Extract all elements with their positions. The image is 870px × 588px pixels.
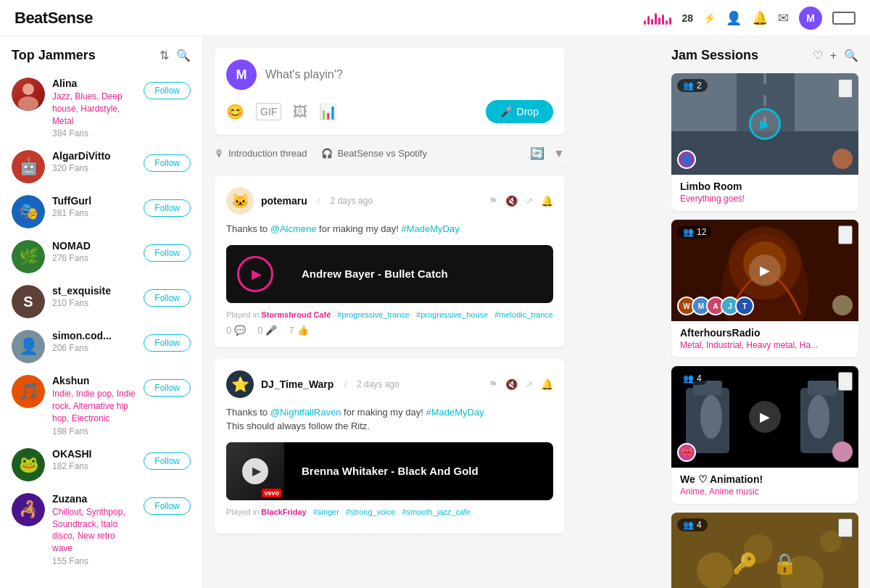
room-link[interactable]: BlackFriday — [261, 508, 306, 516]
right-sidebar-icons: ♡ + 🔍 — [813, 49, 858, 62]
follow-button[interactable]: Follow — [144, 82, 191, 99]
sort-icon[interactable]: ⇅ — [160, 49, 169, 62]
jam-genres: Everything goes! — [680, 194, 850, 204]
avatar[interactable]: M — [799, 7, 822, 30]
jam-star-button[interactable]: ☆ — [838, 372, 853, 391]
tag-smooth-jazz: #smooth_jazz_cafe — [402, 508, 471, 516]
jammer-item: 🦂 Zuzana Chillout, Synthpop, Soundtrack,… — [0, 487, 202, 572]
room-link[interactable]: Stormshroud Café — [261, 310, 331, 319]
jammer-item: 🎵 Akshun Indie, Indie pop, Indie rock, A… — [0, 369, 202, 442]
mic-action[interactable]: 0 🎤 — [257, 325, 277, 336]
bbp-logo-inner — [237, 256, 273, 292]
add-session-icon[interactable]: + — [830, 49, 837, 62]
jam-thumbnail: ▶ 👥2 ☆ 👤 — [671, 73, 858, 175]
jammer-genres: Indie, Indie pop, Indie rock, Alternativ… — [52, 388, 136, 424]
jam-play-button[interactable]: ▶ — [749, 108, 781, 140]
follow-button[interactable]: Follow — [144, 199, 191, 217]
follow-button[interactable]: Follow — [144, 154, 191, 172]
post-item: ⭐ DJ_Time_Warp / 2 days ago ⚑ 🔇 ↗ 🔔 Than… — [215, 359, 565, 534]
jam-play-button[interactable]: ▶ — [749, 254, 781, 286]
gif-icon[interactable]: GIF — [256, 103, 281, 120]
left-sidebar: Top Jammers ⇅ 🔍 Alina Jazz, Blues, Deep … — [0, 36, 203, 588]
image-icon[interactable]: 🖼 — [293, 103, 307, 120]
bell-post-icon[interactable]: 🔔 — [541, 195, 553, 207]
jam-star-button[interactable]: ☆ — [838, 518, 853, 537]
jammer-item: S st_exquisite 210 Fans Follow — [0, 279, 202, 324]
flag-icon[interactable]: ⚑ — [489, 195, 498, 207]
hashtag-link[interactable]: #MadeMyDay — [402, 223, 460, 234]
chart-icon[interactable]: 📊 — [319, 103, 337, 120]
comment-action[interactable]: 0 💬 — [226, 325, 246, 336]
jam-info: We ♡ Animation! Anime, Anime music — [671, 468, 858, 504]
post-separator: / — [318, 196, 320, 207]
post-actions-row: 😊 GIF 🖼 📊 🎤 Drop — [226, 100, 553, 123]
jammer-avatar: 🐸 — [12, 448, 45, 481]
follow-button[interactable]: Follow — [144, 379, 191, 397]
feed-tabs: 🎙 Introduction thread 🎧 BeatSense vs Spo… — [215, 146, 565, 167]
follow-button[interactable]: Follow — [144, 289, 191, 307]
messages-icon[interactable] — [778, 10, 789, 26]
follow-button[interactable]: Follow — [144, 497, 191, 515]
share-icon[interactable]: ↗ — [525, 195, 534, 207]
jammer-genres: Jazz, Blues, Deep house, Hardstyle, Meta… — [52, 91, 136, 127]
sidebar-title: Top Jammers — [12, 48, 96, 63]
post-username: potemaru — [261, 195, 307, 207]
feed-tabs-right: 🔄 ▼ — [530, 146, 565, 160]
search-sessions-icon[interactable]: 🔍 — [844, 49, 858, 62]
bell-post-icon[interactable]: 🔔 — [541, 378, 553, 390]
post-input[interactable] — [265, 68, 553, 81]
volume-icon[interactable]: 🔇 — [505, 195, 518, 207]
jam-play-button[interactable]: ▶ — [749, 401, 781, 433]
jammer-name: Alina — [52, 78, 136, 89]
tab-beatsense-vs-spotify[interactable]: 🎧 BeatSense vs Spotify — [321, 148, 427, 159]
tab-intro-label: Introduction thread — [228, 148, 307, 159]
follow-button[interactable]: Follow — [144, 244, 191, 262]
share-icon[interactable]: ↗ — [525, 378, 534, 390]
jam-star-button[interactable]: ☆ — [838, 225, 853, 244]
filter-icon[interactable]: ▼ — [553, 146, 565, 160]
compose-avatar: M — [226, 59, 257, 90]
jammer-fans: 198 Fans — [52, 426, 136, 436]
jammer-name: st_exquisite — [52, 285, 136, 297]
jam-genres: Metal, Industrial, Heavy metal, Ha... — [680, 340, 850, 350]
profile-icon[interactable] — [726, 10, 742, 26]
jam-thumbnail: 🔑 🔒 👥4 ☆ ⚡ 30 — [671, 513, 858, 588]
track-info: Brenna Whitaker - Black And Gold — [294, 457, 553, 484]
follow-button[interactable]: Follow — [144, 452, 191, 470]
jammer-fans: 210 Fans — [52, 298, 136, 308]
track-title: Brenna Whitaker - Black And Gold — [302, 465, 546, 477]
jammer-avatar: S — [12, 285, 45, 318]
jammer-info: Akshun Indie, Indie pop, Indie rock, Alt… — [52, 375, 136, 436]
favorite-icon[interactable]: ♡ — [813, 49, 823, 62]
mention-link[interactable]: @Alcmene — [270, 223, 317, 234]
post-header: ⭐ DJ_Time_Warp / 2 days ago ⚑ 🔇 ↗ 🔔 — [226, 370, 553, 398]
emoji-icon[interactable]: 😊 — [226, 103, 244, 120]
refresh-icon[interactable]: 🔄 — [530, 146, 544, 160]
jam-thumbnail: ▶ 👥4 ☆ 🎀 — [671, 366, 858, 468]
post-input-row: M — [226, 59, 553, 90]
jammer-fans: 206 Fans — [52, 343, 136, 353]
tag-singer: #singer — [313, 508, 339, 516]
post-header-actions: ⚑ 🔇 ↗ 🔔 — [489, 378, 553, 390]
mention-link[interactable]: @NightfallRaven — [270, 407, 341, 418]
jammer-info: OKASHI 182 Fans — [52, 448, 136, 471]
jammer-avatar: 🤖 — [12, 150, 45, 183]
hashtag-link[interactable]: #MadeMyDay — [426, 407, 484, 418]
tab-introduction[interactable]: 🎙 Introduction thread — [215, 148, 307, 159]
jam-star-button[interactable]: ☆ — [838, 79, 853, 98]
sidebar-icon-group: ⇅ 🔍 — [160, 49, 191, 62]
notifications-icon[interactable] — [752, 10, 768, 26]
jam-thumbnail: ▶ 👥12 ☆ W M A J T — [671, 220, 858, 321]
like-action[interactable]: 7 👍 — [289, 325, 308, 336]
play-icon[interactable]: ▶ — [242, 458, 268, 484]
jammer-genres: Chillout, Synthpop, Soundtrack, Italo di… — [52, 506, 136, 555]
mic-count: 0 — [257, 325, 262, 336]
header-right: 28 ⚡ M — [644, 7, 856, 30]
jammer-info: AlgarDiVitto 320 Fans — [52, 150, 136, 173]
volume-icon[interactable]: 🔇 — [505, 378, 518, 390]
flag-icon[interactable]: ⚑ — [489, 378, 498, 390]
follow-button[interactable]: Follow — [144, 334, 191, 352]
drop-button[interactable]: 🎤 Drop — [486, 100, 553, 123]
search-icon[interactable]: 🔍 — [176, 49, 191, 62]
jam-avatar: 👤 — [677, 150, 696, 169]
